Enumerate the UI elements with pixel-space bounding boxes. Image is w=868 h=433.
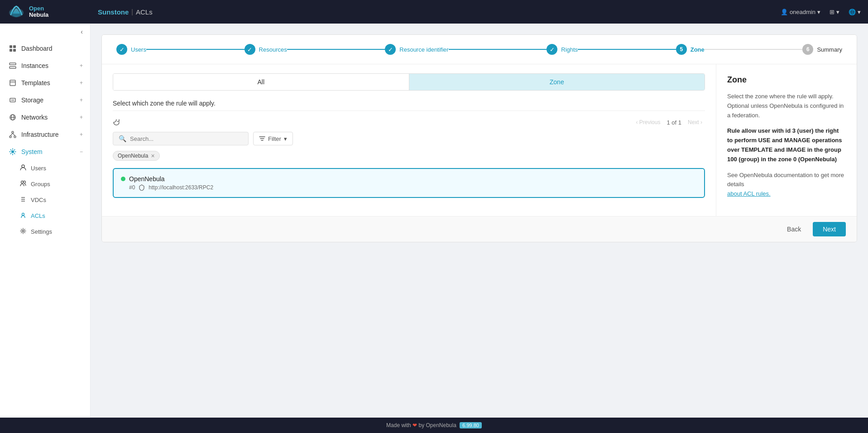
sidebar-item-system[interactable]: System − xyxy=(0,143,90,160)
zone-detail-row: #0 http://localhost:2633/RPC2 xyxy=(121,184,697,191)
user-label: oneadmin xyxy=(790,9,815,15)
filter-button[interactable]: Filter ▾ xyxy=(253,132,293,145)
groups-sub-icon xyxy=(20,180,26,188)
sidebar-label-instances: Instances xyxy=(21,62,75,69)
tab-all[interactable]: All xyxy=(113,74,409,90)
info-panel-rule: Rule allow user with id 3 (user) the rig… xyxy=(727,126,846,164)
sidebar-sub-label-groups: Groups xyxy=(31,181,50,188)
next-page-btn[interactable]: Next › xyxy=(685,118,705,126)
sidebar-item-infrastructure[interactable]: Infrastructure + xyxy=(0,126,90,143)
info-panel-link[interactable]: about ACL rules. xyxy=(727,190,771,197)
sidebar-item-templates[interactable]: Templates + xyxy=(0,74,90,91)
info-panel-description: Select the zone where the rule will appl… xyxy=(727,92,846,120)
header-subtitle: ACLs xyxy=(136,8,153,16)
user-menu[interactable]: 👤 oneadmin ▾ xyxy=(781,9,820,15)
header-right: 👤 oneadmin ▾ ⊞ ▾ 🌐 ▾ xyxy=(781,9,861,15)
instances-expand-icon: + xyxy=(80,63,83,69)
logo-text-open: Open xyxy=(29,5,48,12)
footer-text: Made with xyxy=(386,422,411,428)
zone-list-item[interactable]: OpenNebula #0 http://localhost:2633/RPC2 xyxy=(113,168,705,198)
filter-chevron-icon: ▾ xyxy=(284,135,287,142)
sidebar-item-dashboard[interactable]: Dashboard xyxy=(0,40,90,57)
search-filter-row: 🔍 Filter ▾ xyxy=(113,132,705,145)
lang-chevron-icon: ▾ xyxy=(858,9,861,15)
refresh-button[interactable] xyxy=(113,119,120,126)
info-panel-see: See OpenNebula documentation to get more… xyxy=(727,171,846,199)
zone-id: #0 xyxy=(129,184,135,191)
step-resource-identifier: ✓ Resource identifier xyxy=(385,44,448,55)
tag-chip-opennebula: OpenNebula × xyxy=(113,151,160,161)
sidebar-item-instances[interactable]: Instances + xyxy=(0,57,90,74)
storage-icon xyxy=(9,96,17,104)
wizard-card: ✓ Users ✓ Resources ✓ Resource identifie… xyxy=(101,34,857,242)
steps-header: ✓ Users ✓ Resources ✓ Resource identifie… xyxy=(102,35,857,64)
info-panel-see-text: See OpenNebula documentation to get more… xyxy=(727,172,844,188)
svg-point-15 xyxy=(14,136,16,138)
svg-rect-1 xyxy=(10,45,12,48)
heart-icon: ❤ xyxy=(412,422,418,428)
svg-point-18 xyxy=(11,150,14,153)
tag-chip-label: OpenNebula xyxy=(118,153,148,159)
toolbar-right: ‹ Previous 1 of 1 Next › xyxy=(633,118,705,126)
svg-rect-4 xyxy=(13,49,16,52)
svg-point-21 xyxy=(24,181,26,183)
svg-rect-2 xyxy=(13,45,16,48)
sidebar-sub-item-groups[interactable]: Groups xyxy=(0,176,90,192)
sidebar-item-networks[interactable]: Networks + xyxy=(0,109,90,126)
search-input[interactable] xyxy=(130,135,243,142)
infrastructure-expand-icon: + xyxy=(80,131,83,138)
search-icon: 🔍 xyxy=(119,135,126,142)
logo-icon xyxy=(7,3,25,21)
back-button[interactable]: Back xyxy=(780,222,808,236)
sidebar-label-storage: Storage xyxy=(21,96,75,104)
refresh-icon xyxy=(113,119,120,126)
previous-label: Previous xyxy=(639,119,661,125)
svg-rect-6 xyxy=(10,67,16,68)
zone-name: OpenNebula xyxy=(129,175,165,183)
sidebar-sub-label-vdcs: VDCs xyxy=(31,197,46,203)
header-separator: | xyxy=(131,8,133,15)
main-content-area: All Zone Select which zone the rule will… xyxy=(102,64,857,216)
sidebar-item-storage[interactable]: Storage + xyxy=(0,91,90,109)
sidebar-sub-item-users[interactable]: Users xyxy=(0,160,90,176)
grid-view-menu[interactable]: ⊞ ▾ xyxy=(830,9,839,15)
sidebar-collapse-btn[interactable]: ‹ xyxy=(0,24,90,40)
toolbar-left xyxy=(113,119,120,126)
tag-chip-close[interactable]: × xyxy=(151,153,154,159)
sidebar-sub-label-acls: ACLs xyxy=(31,212,45,219)
step-summary-label: Summary xyxy=(817,46,842,53)
logo-text-nebula: Nebula xyxy=(29,12,48,18)
step-zone: 5 Zone xyxy=(676,44,705,55)
sidebar-sub-label-settings: Settings xyxy=(31,228,52,235)
sidebar-sub-item-settings[interactable]: Settings xyxy=(0,224,90,240)
previous-page-btn[interactable]: ‹ Previous xyxy=(633,118,663,126)
logo-area: Open Nebula xyxy=(7,3,98,21)
networks-icon xyxy=(9,113,17,121)
svg-rect-5 xyxy=(10,63,16,65)
footer: Made with ❤ by OpenNebula 6.99.80 xyxy=(0,418,868,433)
sidebar-sub-item-vdcs[interactable]: VDCs xyxy=(0,192,90,208)
sidebar-sub-label-users: Users xyxy=(31,165,46,172)
language-menu[interactable]: 🌐 ▾ xyxy=(849,9,861,15)
sidebar: ‹ Dashboard Instances + Templates + xyxy=(0,24,91,418)
next-button[interactable]: Next xyxy=(813,222,846,236)
header-title: Sunstone xyxy=(98,8,129,16)
svg-point-13 xyxy=(12,131,14,133)
globe-icon: 🌐 xyxy=(849,9,856,15)
svg-line-17 xyxy=(13,133,15,136)
templates-icon xyxy=(9,79,17,87)
info-panel: Zone Select the zone where the rule will… xyxy=(716,64,857,216)
step-line-4 xyxy=(578,49,676,50)
svg-point-19 xyxy=(22,165,24,168)
users-sub-icon xyxy=(20,164,26,172)
zone-url: http://localhost:2633/RPC2 xyxy=(149,184,213,191)
step-summary-circle: 6 xyxy=(802,44,813,55)
footer-by-text: by OpenNebula xyxy=(418,422,456,428)
sidebar-sub-item-acls[interactable]: ACLs xyxy=(0,208,90,224)
acls-sub-icon xyxy=(20,212,26,220)
chevron-left-icon: ‹ xyxy=(636,119,638,125)
tab-zone[interactable]: Zone xyxy=(409,74,705,90)
storage-expand-icon: + xyxy=(80,97,83,103)
next-label: Next xyxy=(688,119,699,125)
sidebar-label-templates: Templates xyxy=(21,79,75,87)
